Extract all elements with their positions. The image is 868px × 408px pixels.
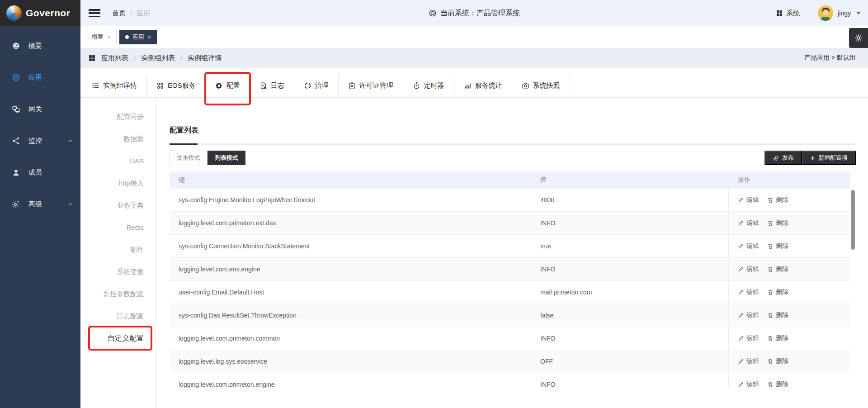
app-grid-icon	[776, 9, 783, 17]
tab-governance[interactable]: 治理	[294, 74, 339, 97]
row-actions-cell: 编辑 删除	[729, 189, 850, 211]
publish-button[interactable]: 发布	[764, 151, 802, 165]
title-underline	[170, 143, 856, 145]
grid-dots-icon	[156, 82, 164, 90]
tab-service-statistics[interactable]: 服务统计	[454, 74, 512, 97]
add-config-item-button[interactable]: 新增配置项	[802, 151, 856, 165]
rocket-icon	[773, 155, 779, 161]
table-row: user-config.Email.Default.Host mail.prim…	[170, 281, 850, 304]
scrollbar-thumb[interactable]	[851, 190, 855, 250]
subnav-item-datasource[interactable]: 数据源	[80, 128, 156, 150]
delete-button[interactable]: 删除	[767, 357, 788, 365]
sidebar-item-gateway[interactable]: 网关	[0, 93, 80, 125]
username-label: jingy	[838, 9, 851, 17]
config-key-cell: logging.level.com.eos.engine	[170, 258, 531, 280]
top-right-controls: 系统 jingy	[776, 5, 861, 21]
table-row: logging.level.com.primeton.common INFO 编…	[170, 327, 850, 350]
trash-icon	[767, 197, 774, 203]
subnav-item-custom-config[interactable]: 自定义配置	[80, 327, 156, 349]
delete-button[interactable]: 删除	[767, 219, 788, 227]
delete-button[interactable]: 删除	[767, 311, 788, 319]
tab-label: 实例组详情	[103, 81, 137, 90]
delete-button[interactable]: 删除	[767, 380, 788, 388]
subnav-item-business-dictionary[interactable]: 业务字典	[80, 194, 156, 216]
tab-logs[interactable]: 日志	[250, 74, 294, 97]
subnav-item-http-access[interactable]: http接入	[80, 172, 156, 194]
subnav-item-redis[interactable]: Redis	[80, 216, 156, 238]
edit-button[interactable]: 编辑	[738, 196, 759, 204]
user-avatar[interactable]	[818, 5, 833, 21]
edit-button[interactable]: 编辑	[738, 288, 759, 296]
delete-button[interactable]: 删除	[767, 196, 788, 204]
close-icon[interactable]: ×	[148, 34, 151, 41]
config-key-cell: sys-config.Connection.Monitor.StackState…	[170, 235, 531, 257]
subnav-item-log-config[interactable]: 日志配置	[80, 305, 156, 327]
config-value-cell: 4000	[531, 189, 729, 211]
top-bar-content: 首页 / 应用 当前系统：产品管理系统 系统	[80, 0, 868, 26]
sidebar-item-overview[interactable]: 概要	[0, 30, 80, 62]
text-mode-button[interactable]: 文本模式	[170, 151, 208, 165]
top-breadcrumb: 首页 / 应用	[112, 9, 150, 18]
bar-chart-icon	[464, 82, 472, 90]
breadcrumb-app-list[interactable]: 应用列表	[101, 54, 128, 62]
tab-system-snapshot[interactable]: 系统快照	[512, 74, 570, 97]
tab-timers[interactable]: 定时器	[403, 74, 454, 97]
edit-button[interactable]: 编辑	[738, 242, 759, 250]
column-header-key: 键	[170, 176, 531, 184]
hamburger-menu-icon[interactable]	[89, 9, 100, 17]
settings-gear-button[interactable]	[849, 28, 868, 48]
system-menu-button[interactable]: 系统	[776, 9, 800, 18]
subnav-item-email[interactable]: 邮件	[80, 238, 156, 261]
tab-chip-overview[interactable]: 概要 ×	[86, 30, 117, 44]
main-sidebar: 概要 应用 网关	[0, 26, 80, 408]
current-system-indicator: 当前系统：产品管理系统	[429, 9, 520, 18]
gateway-icon	[12, 105, 20, 114]
delete-button[interactable]: 删除	[767, 334, 788, 342]
config-key-cell: user-config.Email.Default.Host	[170, 281, 531, 304]
tab-license-management[interactable]: 许可证管理	[339, 74, 403, 97]
tab-chip-applications[interactable]: 应用 ×	[119, 30, 157, 44]
subnav-item-das[interactable]: DAS	[80, 150, 156, 172]
list-mode-button[interactable]: 列表模式	[208, 151, 245, 165]
user-menu-caret-icon[interactable]	[856, 12, 861, 14]
edit-button[interactable]: 编辑	[738, 219, 759, 227]
edit-button[interactable]: 编辑	[738, 334, 759, 342]
gauge-icon	[12, 42, 20, 50]
edit-button[interactable]: 编辑	[738, 311, 759, 319]
tab-instance-group-detail[interactable]: 实例组详情	[82, 74, 147, 97]
tab-configuration[interactable]: 配置	[206, 74, 250, 97]
table-scrollbar[interactable]	[850, 189, 856, 388]
table-row: sys-config.Engine.Monitor.LogPojoWhenTim…	[170, 189, 850, 212]
product-context-label: 产品应用 > 默认组	[804, 54, 856, 62]
trash-icon	[767, 220, 774, 226]
subnav-item-config-sync[interactable]: 配置同步	[80, 105, 156, 128]
delete-button[interactable]: 删除	[767, 242, 788, 250]
delete-button[interactable]: 删除	[767, 265, 788, 273]
trash-icon	[767, 358, 774, 365]
tab-eos-services[interactable]: EOS服务	[147, 74, 206, 97]
app-logo[interactable]: Governor	[0, 0, 80, 26]
edit-button[interactable]: 编辑	[738, 357, 759, 365]
row-actions-cell: 编辑 删除	[729, 258, 850, 280]
eye-target-icon	[429, 9, 437, 17]
sidebar-item-members[interactable]: 成员	[0, 157, 80, 188]
sidebar-item-monitoring[interactable]: 监控	[0, 125, 80, 157]
edit-pencil-icon	[738, 243, 744, 249]
close-icon[interactable]: ×	[107, 34, 111, 41]
config-value-cell: INFO	[531, 258, 729, 280]
subnav-item-monitor-params[interactable]: 监控参数配置	[80, 283, 156, 305]
breadcrumb-instance-group-list[interactable]: 实例组列表	[141, 54, 175, 62]
config-value-cell: mail.primeton.com	[531, 281, 729, 304]
trash-icon	[767, 266, 774, 272]
sidebar-item-applications[interactable]: 应用	[0, 62, 80, 93]
edit-button[interactable]: 编辑	[738, 380, 759, 388]
subnav-item-system-variables[interactable]: 系统变量	[80, 261, 156, 283]
delete-button[interactable]: 删除	[767, 288, 788, 296]
sidebar-item-advanced[interactable]: 高级	[0, 188, 80, 220]
tab-label: 配置	[226, 81, 240, 90]
breadcrumb-home[interactable]: 首页	[112, 9, 126, 18]
active-dot-icon	[125, 35, 129, 39]
config-key-cell: logging.level.com.primeton.common	[170, 327, 531, 350]
edit-button[interactable]: 编辑	[738, 265, 759, 273]
trash-icon	[767, 381, 774, 388]
